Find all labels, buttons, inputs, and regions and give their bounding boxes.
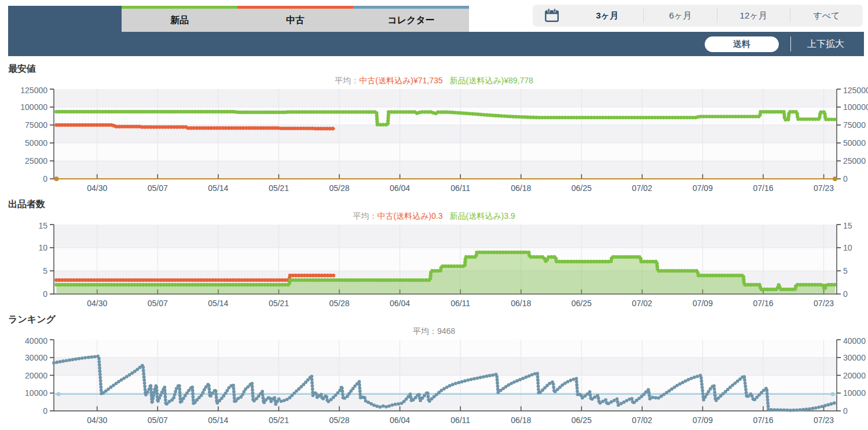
svg-text:05/07: 05/07 <box>148 183 168 193</box>
svg-text:30000: 30000 <box>25 353 47 362</box>
svg-text:06/11: 06/11 <box>451 299 470 308</box>
svg-text:75000: 75000 <box>843 120 866 130</box>
seller-count-chart[interactable]: 00551010151504/3005/0705/1405/2105/2806/… <box>0 222 868 311</box>
svg-text:06/11: 06/11 <box>451 416 470 425</box>
svg-text:25000: 25000 <box>25 156 47 166</box>
svg-text:75000: 75000 <box>25 120 47 130</box>
svg-text:07/09: 07/09 <box>693 416 713 425</box>
svg-text:07/16: 07/16 <box>753 299 773 308</box>
svg-text:07/09: 07/09 <box>693 299 713 308</box>
average-used-price: 中古(送料込み)¥71,735 <box>359 76 442 85</box>
svg-text:06/04: 06/04 <box>390 416 410 425</box>
tab-collector[interactable]: コレクター <box>353 6 469 32</box>
seller-count-section: 出品者数 平均：中古(送料込み)0.3新品(送料込み)3.9 005510101… <box>0 199 868 311</box>
svg-text:125000: 125000 <box>20 87 47 95</box>
average-new-price: 新品(送料込み)¥89,778 <box>450 76 533 85</box>
svg-text:07/02: 07/02 <box>632 416 652 425</box>
svg-text:40000: 40000 <box>843 337 866 346</box>
average-prefix: 平均： <box>335 76 359 85</box>
average-used-sellers: 中古(送料込み)0.3 <box>377 211 442 220</box>
chart-title-lowest-price: 最安値 <box>8 63 868 75</box>
svg-text:0: 0 <box>43 406 47 416</box>
svg-text:50000: 50000 <box>25 138 47 148</box>
range-option-6m[interactable]: 6ヶ月 <box>643 9 716 23</box>
average-prefix: 平均： <box>353 211 377 220</box>
svg-text:30000: 30000 <box>843 353 866 362</box>
svg-text:05/21: 05/21 <box>269 183 289 193</box>
svg-text:07/23: 07/23 <box>814 416 834 425</box>
svg-text:07/09: 07/09 <box>693 183 713 193</box>
range-option-12m[interactable]: 12ヶ月 <box>717 9 790 23</box>
chart-average-ranking: 平均：9468 <box>0 325 868 337</box>
svg-text:0: 0 <box>43 174 47 183</box>
condition-tabs: 新品 中古 コレクター <box>122 6 469 32</box>
svg-text:06/18: 06/18 <box>511 183 531 193</box>
lowest-price-section: 最安値 平均：中古(送料込み)¥71,735新品(送料込み)¥89,778 00… <box>0 63 868 196</box>
ranking-section: ランキング 平均：9468 00100001000020000200003000… <box>0 314 868 428</box>
chart-average-seller-count: 平均：中古(送料込み)0.3新品(送料込み)3.9 <box>0 210 868 222</box>
svg-text:10: 10 <box>843 243 852 252</box>
range-option-all[interactable]: すべて <box>790 9 863 23</box>
range-option-3m[interactable]: 3ヶ月 <box>571 9 643 23</box>
tab-collector-label: コレクター <box>387 14 435 27</box>
svg-text:0: 0 <box>43 289 47 299</box>
svg-text:05/07: 05/07 <box>148 416 168 425</box>
svg-text:0: 0 <box>843 289 848 299</box>
tab-new[interactable]: 新品 <box>122 6 237 32</box>
ranking-chart[interactable]: 0010000100002000020000300003000040000400… <box>0 337 868 428</box>
svg-text:07/02: 07/02 <box>632 299 652 308</box>
tab-used[interactable]: 中古 <box>237 6 353 32</box>
svg-text:07/23: 07/23 <box>814 183 834 193</box>
range-selector: 3ヶ月 6ヶ月 12ヶ月 すべて <box>533 5 863 27</box>
svg-text:05/07: 05/07 <box>148 299 168 308</box>
svg-text:06/25: 06/25 <box>572 416 592 425</box>
svg-text:05/21: 05/21 <box>269 299 289 308</box>
svg-text:0: 0 <box>843 174 848 183</box>
svg-text:06/04: 06/04 <box>390 183 410 193</box>
average-ranking-value: 9468 <box>437 326 455 336</box>
lowest-price-chart[interactable]: 0025000250005000050000750007500010000010… <box>0 87 868 196</box>
svg-text:06/18: 06/18 <box>511 416 531 425</box>
expand-vertical-button[interactable]: 上下拡大 <box>803 38 849 50</box>
svg-text:06/25: 06/25 <box>572 299 592 308</box>
svg-text:07/16: 07/16 <box>753 416 773 425</box>
tab-used-label: 中古 <box>286 14 305 27</box>
svg-text:06/18: 06/18 <box>511 299 531 308</box>
average-new-sellers: 新品(送料込み)3.9 <box>450 211 515 220</box>
svg-text:15: 15 <box>843 222 852 230</box>
svg-text:10: 10 <box>38 243 47 252</box>
svg-text:125000: 125000 <box>843 87 868 95</box>
chart-title-ranking: ランキング <box>8 314 868 325</box>
svg-text:20000: 20000 <box>843 371 866 380</box>
chart-average-lowest-price: 平均：中古(送料込み)¥71,735新品(送料込み)¥89,778 <box>0 75 868 87</box>
svg-text:04/30: 04/30 <box>87 416 107 425</box>
svg-text:05/28: 05/28 <box>329 183 349 193</box>
svg-text:05/28: 05/28 <box>329 416 349 425</box>
svg-text:5: 5 <box>843 266 848 275</box>
header: すべて 新品 中古 コレクター 3ヶ月 6ヶ月 12ヶ月 すべて 送料 上下拡大 <box>0 0 868 56</box>
svg-text:07/23: 07/23 <box>814 299 834 308</box>
tab-new-label: 新品 <box>170 14 189 27</box>
svg-text:15: 15 <box>38 222 47 230</box>
svg-text:0: 0 <box>843 406 848 416</box>
svg-text:06/04: 06/04 <box>390 299 410 308</box>
svg-text:05/14: 05/14 <box>208 299 228 308</box>
svg-text:07/16: 07/16 <box>753 183 773 193</box>
average-prefix: 平均： <box>413 326 437 336</box>
svg-text:05/21: 05/21 <box>269 416 289 425</box>
toolbar-divider <box>790 36 791 52</box>
svg-text:40000: 40000 <box>25 337 47 346</box>
svg-text:20000: 20000 <box>25 371 47 380</box>
svg-text:100000: 100000 <box>843 102 868 112</box>
shipping-toggle-button[interactable]: 送料 <box>705 36 779 52</box>
svg-text:10000: 10000 <box>843 388 866 398</box>
toolbar: 送料 上下拡大 <box>8 32 864 56</box>
svg-text:07/02: 07/02 <box>632 183 652 193</box>
svg-text:05/28: 05/28 <box>329 299 349 308</box>
svg-text:100000: 100000 <box>20 102 47 112</box>
chart-title-seller-count: 出品者数 <box>8 199 868 210</box>
svg-text:50000: 50000 <box>843 138 866 148</box>
svg-text:06/11: 06/11 <box>451 183 470 193</box>
svg-text:04/30: 04/30 <box>87 183 107 193</box>
svg-text:5: 5 <box>43 266 47 275</box>
